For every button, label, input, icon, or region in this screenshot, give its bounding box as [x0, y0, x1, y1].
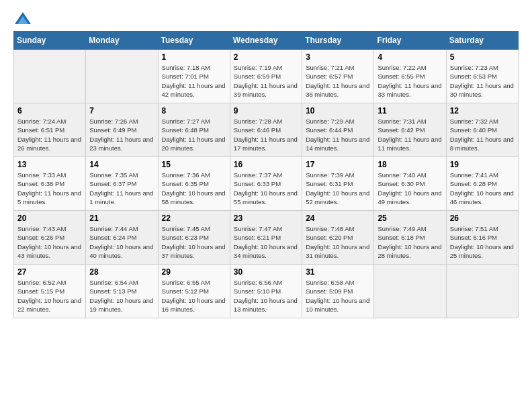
day-number: 2 — [234, 52, 298, 62]
calendar-cell: 20Sunrise: 7:43 AM Sunset: 6:26 PM Dayli… — [14, 211, 86, 265]
day-number: 25 — [378, 214, 442, 223]
day-number: 12 — [450, 106, 515, 116]
day-number: 19 — [450, 160, 515, 169]
day-number: 21 — [89, 214, 154, 223]
calendar-cell: 19Sunrise: 7:41 AM Sunset: 6:28 PM Dayli… — [446, 157, 518, 211]
day-number: 22 — [162, 214, 226, 223]
day-info: Sunrise: 7:18 AM Sunset: 7:01 PM Dayligh… — [162, 63, 226, 99]
days-header-row: SundayMondayTuesdayWednesdayThursdayFrid… — [14, 32, 519, 50]
calendar-cell: 8Sunrise: 7:27 AM Sunset: 6:48 PM Daylig… — [158, 103, 230, 157]
day-info: Sunrise: 7:51 AM Sunset: 6:16 PM Dayligh… — [450, 224, 515, 260]
day-info: Sunrise: 7:45 AM Sunset: 6:23 PM Dayligh… — [162, 224, 226, 260]
day-number: 30 — [234, 267, 298, 277]
day-number: 20 — [17, 214, 82, 223]
calendar-cell: 28Sunrise: 6:54 AM Sunset: 5:13 PM Dayli… — [86, 265, 158, 318]
day-info: Sunrise: 7:27 AM Sunset: 6:48 PM Dayligh… — [162, 117, 226, 152]
calendar-cell: 22Sunrise: 7:45 AM Sunset: 6:23 PM Dayli… — [158, 211, 230, 265]
calendar-cell: 5Sunrise: 7:23 AM Sunset: 6:53 PM Daylig… — [446, 50, 518, 103]
calendar-cell: 6Sunrise: 7:24 AM Sunset: 6:51 PM Daylig… — [14, 103, 86, 157]
calendar-cell: 13Sunrise: 7:33 AM Sunset: 6:38 PM Dayli… — [14, 157, 86, 211]
day-info: Sunrise: 7:43 AM Sunset: 6:26 PM Dayligh… — [17, 224, 82, 260]
day-info: Sunrise: 7:35 AM Sunset: 6:37 PM Dayligh… — [89, 171, 154, 206]
day-number: 15 — [162, 160, 226, 169]
day-info: Sunrise: 7:28 AM Sunset: 6:46 PM Dayligh… — [234, 117, 298, 152]
day-number: 7 — [89, 106, 154, 116]
calendar-cell — [374, 265, 446, 318]
calendar-cell: 18Sunrise: 7:40 AM Sunset: 6:30 PM Dayli… — [374, 157, 446, 211]
day-of-week-header: Monday — [86, 32, 158, 50]
day-of-week-header: Tuesday — [158, 32, 230, 50]
calendar-week-row: 6Sunrise: 7:24 AM Sunset: 6:51 PM Daylig… — [14, 103, 519, 157]
day-info: Sunrise: 7:22 AM Sunset: 6:55 PM Dayligh… — [378, 63, 442, 99]
day-info: Sunrise: 7:33 AM Sunset: 6:38 PM Dayligh… — [17, 171, 82, 206]
calendar-cell: 24Sunrise: 7:48 AM Sunset: 6:20 PM Dayli… — [302, 211, 374, 265]
calendar-cell: 30Sunrise: 6:56 AM Sunset: 5:10 PM Dayli… — [230, 265, 302, 318]
calendar-cell: 12Sunrise: 7:32 AM Sunset: 6:40 PM Dayli… — [446, 103, 518, 157]
calendar-cell: 15Sunrise: 7:36 AM Sunset: 6:35 PM Dayli… — [158, 157, 230, 211]
calendar-cell: 11Sunrise: 7:31 AM Sunset: 6:42 PM Dayli… — [374, 103, 446, 157]
day-number: 10 — [306, 106, 370, 116]
calendar-body: 1Sunrise: 7:18 AM Sunset: 7:01 PM Daylig… — [14, 50, 519, 318]
day-number: 28 — [89, 267, 154, 277]
calendar-cell — [86, 50, 158, 103]
day-info: Sunrise: 7:37 AM Sunset: 6:33 PM Dayligh… — [234, 171, 298, 206]
day-of-week-header: Thursday — [302, 32, 374, 50]
day-number: 11 — [378, 106, 442, 116]
day-number: 1 — [162, 52, 226, 62]
calendar-cell: 1Sunrise: 7:18 AM Sunset: 7:01 PM Daylig… — [158, 50, 230, 103]
calendar-cell: 9Sunrise: 7:28 AM Sunset: 6:46 PM Daylig… — [230, 103, 302, 157]
calendar-cell — [446, 265, 518, 318]
day-info: Sunrise: 7:29 AM Sunset: 6:44 PM Dayligh… — [306, 117, 370, 152]
calendar-cell: 4Sunrise: 7:22 AM Sunset: 6:55 PM Daylig… — [374, 50, 446, 103]
day-info: Sunrise: 7:24 AM Sunset: 6:51 PM Dayligh… — [17, 117, 82, 152]
day-number: 8 — [162, 106, 226, 116]
day-info: Sunrise: 7:19 AM Sunset: 6:59 PM Dayligh… — [234, 63, 298, 99]
day-of-week-header: Sunday — [14, 32, 86, 50]
calendar-cell: 26Sunrise: 7:51 AM Sunset: 6:16 PM Dayli… — [446, 211, 518, 265]
day-number: 26 — [450, 214, 515, 223]
day-info: Sunrise: 6:54 AM Sunset: 5:13 PM Dayligh… — [89, 278, 154, 314]
header — [13, 11, 519, 26]
day-info: Sunrise: 7:47 AM Sunset: 6:21 PM Dayligh… — [234, 224, 298, 260]
day-info: Sunrise: 7:48 AM Sunset: 6:20 PM Dayligh… — [306, 224, 370, 260]
day-info: Sunrise: 7:21 AM Sunset: 6:57 PM Dayligh… — [306, 63, 370, 99]
day-number: 13 — [17, 160, 82, 169]
calendar-cell: 23Sunrise: 7:47 AM Sunset: 6:21 PM Dayli… — [230, 211, 302, 265]
calendar-week-row: 13Sunrise: 7:33 AM Sunset: 6:38 PM Dayli… — [14, 157, 519, 211]
day-info: Sunrise: 7:32 AM Sunset: 6:40 PM Dayligh… — [450, 117, 515, 152]
calendar-cell: 29Sunrise: 6:55 AM Sunset: 5:12 PM Dayli… — [158, 265, 230, 318]
day-info: Sunrise: 7:40 AM Sunset: 6:30 PM Dayligh… — [378, 171, 442, 206]
day-of-week-header: Saturday — [446, 32, 518, 50]
day-info: Sunrise: 6:52 AM Sunset: 5:15 PM Dayligh… — [17, 278, 82, 314]
day-number: 5 — [450, 52, 515, 62]
day-info: Sunrise: 7:39 AM Sunset: 6:31 PM Dayligh… — [306, 171, 370, 206]
day-of-week-header: Wednesday — [230, 32, 302, 50]
calendar-cell: 16Sunrise: 7:37 AM Sunset: 6:33 PM Dayli… — [230, 157, 302, 211]
day-number: 24 — [306, 214, 370, 223]
calendar-week-row: 27Sunrise: 6:52 AM Sunset: 5:15 PM Dayli… — [14, 265, 519, 318]
day-number: 4 — [378, 52, 442, 62]
day-number: 9 — [234, 106, 298, 116]
calendar-week-row: 20Sunrise: 7:43 AM Sunset: 6:26 PM Dayli… — [14, 211, 519, 265]
calendar-table: SundayMondayTuesdayWednesdayThursdayFrid… — [13, 31, 519, 318]
day-of-week-header: Friday — [374, 32, 446, 50]
calendar-cell: 10Sunrise: 7:29 AM Sunset: 6:44 PM Dayli… — [302, 103, 374, 157]
day-info: Sunrise: 7:36 AM Sunset: 6:35 PM Dayligh… — [162, 171, 226, 206]
calendar-header: SundayMondayTuesdayWednesdayThursdayFrid… — [14, 32, 519, 50]
day-info: Sunrise: 6:56 AM Sunset: 5:10 PM Dayligh… — [234, 278, 298, 314]
day-info: Sunrise: 7:41 AM Sunset: 6:28 PM Dayligh… — [450, 171, 515, 206]
day-info: Sunrise: 7:49 AM Sunset: 6:18 PM Dayligh… — [378, 224, 442, 260]
day-info: Sunrise: 7:23 AM Sunset: 6:53 PM Dayligh… — [450, 63, 515, 99]
day-info: Sunrise: 7:44 AM Sunset: 6:24 PM Dayligh… — [89, 224, 154, 260]
calendar-cell: 17Sunrise: 7:39 AM Sunset: 6:31 PM Dayli… — [302, 157, 374, 211]
day-info: Sunrise: 7:26 AM Sunset: 6:49 PM Dayligh… — [89, 117, 154, 152]
day-number: 31 — [306, 267, 370, 277]
calendar-cell: 27Sunrise: 6:52 AM Sunset: 5:15 PM Dayli… — [14, 265, 86, 318]
day-number: 17 — [306, 160, 370, 169]
day-number: 29 — [162, 267, 226, 277]
calendar-cell: 2Sunrise: 7:19 AM Sunset: 6:59 PM Daylig… — [230, 50, 302, 103]
day-info: Sunrise: 6:58 AM Sunset: 5:09 PM Dayligh… — [306, 278, 370, 314]
day-info: Sunrise: 7:31 AM Sunset: 6:42 PM Dayligh… — [378, 117, 442, 152]
calendar-cell: 21Sunrise: 7:44 AM Sunset: 6:24 PM Dayli… — [86, 211, 158, 265]
calendar-cell — [14, 50, 86, 103]
